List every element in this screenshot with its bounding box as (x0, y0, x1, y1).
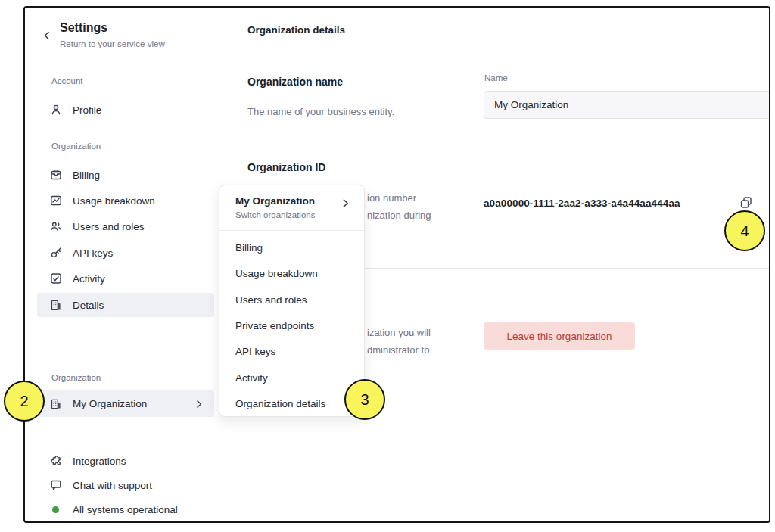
sidebar-item-label: Users and roles (73, 221, 145, 232)
sidebar-item-system-status[interactable]: All systems operational (37, 497, 214, 521)
org-id-section-title: Organization ID (247, 161, 325, 173)
sidebar-item-label: Usage breakdown (73, 195, 155, 207)
sidebar-divider-horizontal (25, 428, 229, 428)
dropdown-divider (219, 230, 366, 231)
sidebar-item-label: Profile (73, 104, 101, 116)
sidebar-org-switcher[interactable]: My Organization (37, 390, 214, 417)
dropdown-item-activity[interactable]: Activity (235, 372, 356, 387)
building-icon (49, 298, 63, 312)
name-field-label: Name (484, 73, 508, 82)
account-section-label: Account (51, 76, 83, 86)
chevron-right-icon (341, 198, 350, 208)
org-switcher-dropdown: My Organization Switch organizations Bil… (219, 185, 365, 417)
sidebar-item-api-keys[interactable]: API keys (37, 241, 214, 265)
dropdown-item-usage-breakdown[interactable]: Usage breakdown (235, 268, 356, 283)
users-icon (49, 219, 63, 233)
org-id-description-fragment-1: ion number (367, 192, 416, 204)
dropdown-item-api-keys[interactable]: API keys (235, 346, 356, 361)
sidebar-item-users-and-roles[interactable]: Users and roles (37, 214, 214, 238)
sidebar-item-label: API keys (73, 247, 113, 259)
sidebar-item-usage-breakdown[interactable]: Usage breakdown (37, 188, 214, 213)
settings-subtitle[interactable]: Return to your service view (60, 39, 165, 48)
sidebar-item-label: Billing (73, 170, 100, 181)
building-icon (49, 397, 63, 411)
page-title: Organization details (247, 24, 345, 36)
chat-bubble-icon (49, 478, 63, 492)
sidebar-item-integrations[interactable]: Integrations (37, 449, 214, 473)
status-dot-green (52, 506, 59, 513)
dropdown-item-billing[interactable]: Billing (235, 242, 356, 257)
annotation-badge-3: 3 (344, 379, 385, 420)
dropdown-org-title[interactable]: My Organization (235, 195, 315, 207)
dropdown-item-private-endpoints[interactable]: Private endpoints (235, 320, 356, 335)
sidebar-item-activity[interactable]: Activity (37, 266, 214, 291)
annotation-badge-2: 2 (4, 381, 45, 422)
sidebar-item-label: Details (73, 300, 104, 311)
sidebar-item-chat-support[interactable]: Chat with support (37, 473, 214, 497)
sidebar-item-label: Integrations (73, 456, 126, 467)
app-window: Settings Return to your service view Acc… (23, 6, 770, 523)
sidebar-item-billing[interactable]: Billing (37, 163, 214, 187)
puzzle-icon (49, 454, 63, 468)
header-divider (229, 51, 770, 51)
chevron-right-icon (195, 400, 204, 409)
dropdown-org-subtitle: Switch organizations (235, 210, 315, 219)
annotation-badge-4: 4 (724, 210, 765, 251)
sidebar-item-label: Chat with support (73, 480, 152, 491)
organization-section-label: Organization (51, 142, 101, 151)
leave-description-fragment-2: dministrator to (367, 344, 429, 356)
organization-switcher-section-label: Organization (51, 373, 101, 382)
sidebar-org-switcher-label: My Organization (73, 398, 147, 409)
billing-icon (49, 168, 63, 182)
leave-description-fragment-1: ization you will (367, 327, 431, 338)
org-id-value: a0a00000-1111-2aa2-a333-a4a44aa444aa (484, 198, 680, 209)
copy-icon[interactable] (738, 194, 755, 211)
org-name-input-value: My Organization (494, 99, 568, 110)
sidebar-item-label: Activity (73, 273, 105, 285)
org-name-section-title: Organization name (247, 76, 343, 88)
org-name-section-description: The name of your business entity. (247, 106, 394, 117)
user-icon (49, 103, 63, 117)
activity-icon (49, 272, 63, 285)
dropdown-item-users-and-roles[interactable]: Users and roles (235, 294, 356, 310)
status-label: All systems operational (73, 504, 178, 515)
org-id-description-fragment-2: nization during (367, 210, 431, 221)
key-icon (49, 246, 63, 260)
settings-title: Settings (60, 21, 107, 35)
org-name-input[interactable]: My Organization (484, 91, 770, 119)
usage-chart-icon (49, 194, 63, 207)
sidebar-item-profile[interactable]: Profile (37, 98, 214, 122)
dropdown-item-organization-details[interactable]: Organization details (235, 398, 356, 413)
leave-organization-button[interactable]: Leave this organization (484, 322, 635, 350)
sidebar-item-details[interactable]: Details (37, 293, 214, 317)
back-chevron-icon[interactable] (42, 30, 52, 41)
